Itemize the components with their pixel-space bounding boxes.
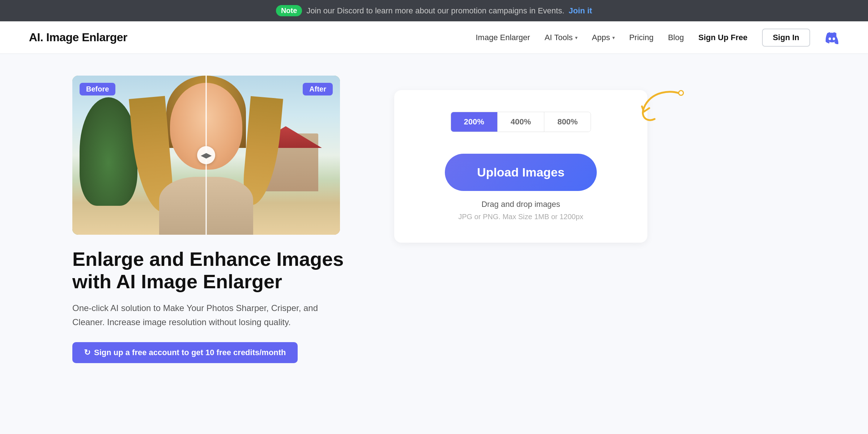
nav-image-enlarger[interactable]: Image Enlarger [476,33,530,42]
scale-400-button[interactable]: 400% [498,112,544,132]
logo[interactable]: AI. Image Enlarger [29,31,127,44]
svg-point-1 [679,91,683,95]
free-signup-cta[interactable]: ↻ Sign up a free account to get 10 free … [72,342,298,363]
navbar: AI. Image Enlarger Image Enlarger AI Too… [0,21,868,54]
upload-images-button[interactable]: Upload Images [445,154,597,191]
nav-signup[interactable]: Sign Up Free [698,33,748,42]
note-badge: Note [276,5,302,16]
top-banner: Note Join our Discord to learn more abou… [0,0,868,21]
scale-200-button[interactable]: 200% [451,112,498,132]
after-badge: After [303,83,333,95]
nav-blog[interactable]: Blog [668,33,684,42]
main-content: ◀▶ Before After Enlarge and Enhance Imag… [0,54,868,385]
image-comparison: ◀▶ Before After [72,76,340,235]
comparison-handle[interactable]: ◀▶ [197,146,215,164]
refresh-icon: ↻ [84,348,90,357]
join-link[interactable]: Join it [569,6,592,16]
file-info-text: JPG or PNG. Max Size 1MB or 1200px [458,213,583,221]
drag-drop-text: Drag and drop images [481,200,560,209]
nav-links: Image Enlarger AI Tools ▾ Apps ▾ Pricing… [476,29,839,47]
nav-pricing[interactable]: Pricing [629,33,654,42]
ai-tools-chevron-icon: ▾ [575,35,578,41]
upload-card: 200% 400% 800% Upload Images Drag and dr… [394,90,647,243]
right-panel: 200% 400% 800% Upload Images Drag and dr… [376,76,665,243]
left-panel: ◀▶ Before After Enlarge and Enhance Imag… [72,76,347,363]
headline: Enlarge and Enhance Images with AI Image… [72,248,347,293]
subheadline: One-click AI solution to Make Your Photo… [72,301,318,329]
nav-apps[interactable]: Apps ▾ [592,33,615,42]
apps-chevron-icon: ▾ [612,35,615,41]
signin-button[interactable]: Sign In [762,29,810,47]
before-badge: Before [80,83,115,95]
photo-tree [80,97,137,206]
arrow-decoration [629,86,687,130]
scale-buttons: 200% 400% 800% [451,112,591,132]
scale-800-button[interactable]: 800% [544,112,591,132]
banner-message: Join our Discord to learn more about our… [306,6,564,16]
discord-icon[interactable] [825,30,839,45]
nav-ai-tools[interactable]: AI Tools ▾ [545,33,578,42]
